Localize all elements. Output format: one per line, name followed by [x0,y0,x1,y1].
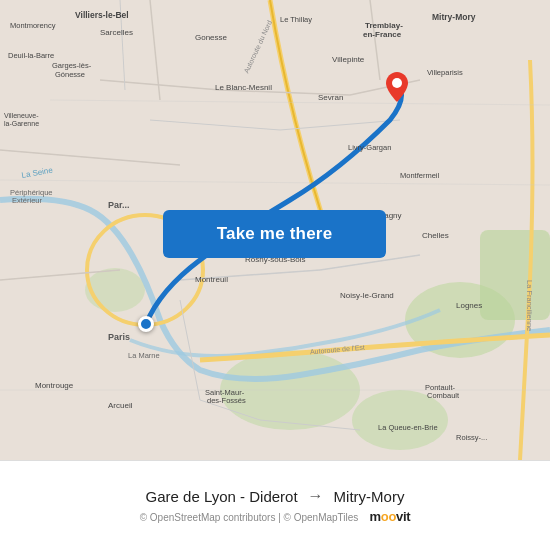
svg-text:Villeparisis: Villeparisis [427,68,463,77]
svg-text:Montfermeil: Montfermeil [400,171,440,180]
svg-text:Tremblay-: Tremblay- [365,21,403,30]
svg-text:La Francilienne: La Francilienne [525,280,534,331]
svg-text:Combault: Combault [427,391,460,400]
svg-text:des-Fossés: des-Fossés [207,396,246,405]
svg-text:Sarcelles: Sarcelles [100,28,133,37]
svg-text:Noisy-le-Grand: Noisy-le-Grand [340,291,394,300]
route-arrow: → [308,487,324,505]
svg-text:Le Blanc-Mesnil: Le Blanc-Mesnil [215,83,272,92]
svg-text:Montreuil: Montreuil [195,275,228,284]
svg-text:Gonesse: Gonesse [195,33,228,42]
svg-text:La Marne: La Marne [128,351,160,360]
svg-text:Villeneuve-: Villeneuve- [4,112,39,119]
svg-text:La Queue-en-Brie: La Queue-en-Brie [378,423,438,432]
map-container: Villiers-le-Bel Sarcelles Gonesse Le Thi… [0,0,550,460]
origin-pin [138,316,154,332]
cta-button-label: Take me there [217,224,333,244]
take-me-there-button[interactable]: Take me there [163,210,386,258]
svg-point-67 [392,78,402,88]
svg-text:Gónesse: Gónesse [55,70,85,79]
svg-text:Villepinte: Villepinte [332,55,365,64]
bottom-bar: Gare de Lyon - Diderot → Mitry-Mory © Op… [0,460,550,550]
svg-text:Chelles: Chelles [422,231,449,240]
svg-text:Sevran: Sevran [318,93,343,102]
svg-text:Extérieur: Extérieur [12,196,43,205]
svg-text:la-Garenne: la-Garenne [4,120,39,127]
svg-point-2 [85,268,145,312]
route-info: Gare de Lyon - Diderot → Mitry-Mory [146,487,405,505]
svg-text:Arcueil: Arcueil [108,401,133,410]
origin-label: Gare de Lyon - Diderot [146,488,298,505]
svg-text:Livry-Gargan: Livry-Gargan [348,143,391,152]
svg-text:Lognes: Lognes [456,301,482,310]
svg-text:Montmorency: Montmorency [10,21,56,30]
destination-pin [386,72,408,100]
attribution-text: © OpenStreetMap contributors | © OpenMap… [140,512,359,523]
svg-text:Deuil-la-Barre: Deuil-la-Barre [8,51,54,60]
destination-label: Mitry-Mory [334,488,405,505]
svg-text:Montrouge: Montrouge [35,381,74,390]
attribution: © OpenStreetMap contributors | © OpenMap… [140,509,411,524]
svg-text:Roissy-...: Roissy-... [456,433,487,442]
moovit-logo: moovit [370,509,411,524]
svg-text:Par...: Par... [108,200,130,210]
svg-text:Mitry-Mory: Mitry-Mory [432,12,476,22]
svg-text:Paris: Paris [108,332,130,342]
svg-text:Garges-lès-: Garges-lès- [52,61,92,70]
svg-text:Villiers-le-Bel: Villiers-le-Bel [75,10,129,20]
svg-text:Le Thillay: Le Thillay [280,15,312,24]
svg-text:en-France: en-France [363,30,402,39]
svg-rect-5 [480,230,550,320]
